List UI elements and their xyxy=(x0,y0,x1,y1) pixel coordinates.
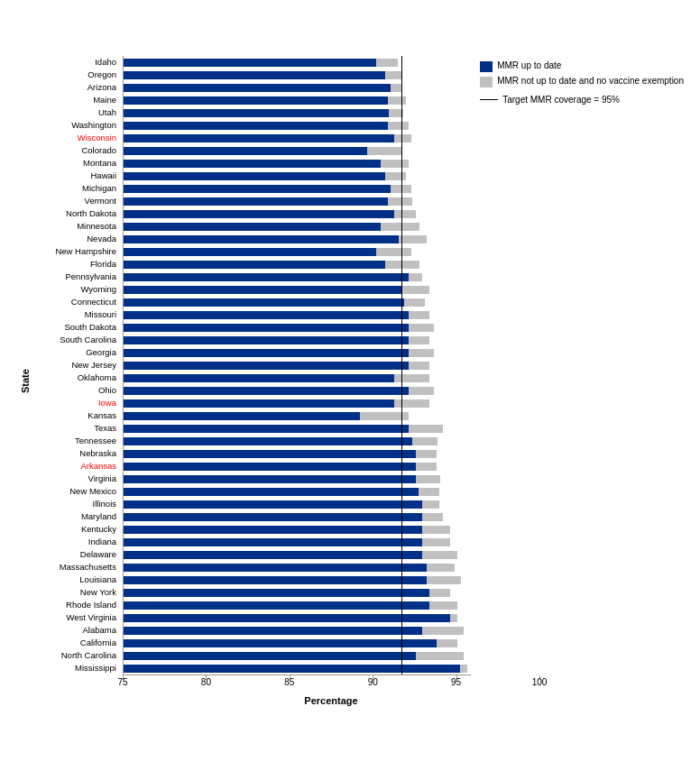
bar-not-mmr xyxy=(381,223,419,231)
bar-not-mmr xyxy=(385,71,401,79)
bar-mmr xyxy=(124,235,399,243)
target-line xyxy=(401,56,402,674)
bar-not-mmr xyxy=(427,576,462,584)
bar-mmr xyxy=(124,122,388,130)
bar-not-mmr xyxy=(416,450,437,458)
bar-not-mmr xyxy=(381,160,409,168)
bar-mmr xyxy=(124,223,381,231)
state-label: Alabama xyxy=(32,624,119,637)
bar-row xyxy=(124,586,471,599)
bar-not-mmr xyxy=(419,488,439,496)
bar-not-mmr xyxy=(376,248,411,256)
bar-mmr xyxy=(124,210,394,218)
legend-item-mmr: MMR up to date xyxy=(480,60,684,72)
bar-mmr xyxy=(124,601,429,610)
bar-row xyxy=(124,308,471,321)
bar-row xyxy=(124,473,471,485)
bar-mmr xyxy=(124,84,391,92)
bar-not-mmr xyxy=(401,286,429,294)
state-label: Indiana xyxy=(32,536,119,548)
bar-row xyxy=(124,624,471,637)
bar-mmr xyxy=(124,71,385,79)
bar-row xyxy=(124,523,471,536)
x-tick-label: 90 xyxy=(368,677,378,687)
bar-row xyxy=(124,460,471,473)
state-label: West Virginia xyxy=(32,611,119,624)
bar-not-mmr xyxy=(394,374,429,382)
bar-mmr xyxy=(124,463,416,471)
state-label: Utah xyxy=(32,106,119,119)
bar-mmr xyxy=(124,248,376,256)
x-tick-label: 80 xyxy=(201,677,211,687)
legend-line xyxy=(480,99,498,100)
state-label: Wisconsin xyxy=(32,132,119,144)
bar-mmr xyxy=(124,197,388,206)
bar-mmr xyxy=(124,261,385,269)
bar-not-mmr xyxy=(416,652,465,660)
bar-not-mmr xyxy=(394,399,429,408)
bar-mmr xyxy=(124,147,367,155)
state-label: Delaware xyxy=(32,548,119,561)
bar-mmr xyxy=(124,311,409,319)
bar-row xyxy=(124,372,471,384)
state-label: Hawaii xyxy=(32,170,119,182)
state-label: Tennessee xyxy=(32,435,119,447)
bar-mmr xyxy=(124,513,422,521)
bar-row xyxy=(124,346,471,359)
state-label: Michigan xyxy=(32,182,119,195)
state-label: Montana xyxy=(32,157,119,170)
bar-mmr xyxy=(124,425,409,433)
bar-not-mmr xyxy=(429,589,450,597)
bar-not-mmr xyxy=(394,134,410,142)
state-label: Illinois xyxy=(32,498,119,510)
legend-label-mmr: MMR up to date xyxy=(497,60,561,70)
bar-mmr xyxy=(124,526,422,534)
bar-row xyxy=(124,220,471,233)
bar-mmr xyxy=(124,627,422,635)
legend-item-target: Target MMR coverage = 95% xyxy=(480,95,684,105)
state-label: Texas xyxy=(32,422,119,435)
y-axis-label: State xyxy=(16,56,32,706)
bar-row xyxy=(124,649,471,662)
bar-not-mmr xyxy=(422,627,464,635)
bar-mmr xyxy=(124,59,376,67)
bar-row xyxy=(124,561,471,574)
bar-not-mmr xyxy=(388,96,406,105)
bar-row xyxy=(124,498,471,510)
state-label: Nevada xyxy=(32,233,119,245)
bar-row xyxy=(124,245,471,258)
bar-mmr xyxy=(124,109,389,117)
bar-mmr xyxy=(124,172,385,180)
bar-not-mmr xyxy=(388,122,409,130)
state-label: Ohio xyxy=(32,384,119,397)
bar-mmr xyxy=(124,160,381,168)
state-label: Connecticut xyxy=(32,296,119,308)
state-label: Iowa xyxy=(32,397,119,409)
bar-mmr xyxy=(124,639,437,647)
state-label: Idaho xyxy=(32,56,119,69)
bar-mmr xyxy=(124,475,416,483)
bar-row xyxy=(124,599,471,611)
bar-mmr xyxy=(124,399,394,408)
state-label: Oklahoma xyxy=(32,372,119,384)
x-tick-label: 75 xyxy=(117,677,127,687)
x-tick-label: 95 xyxy=(451,677,461,687)
state-labels: IdahoOregonArizonaMaineUtahWashingtonWis… xyxy=(32,56,123,675)
bar-mmr xyxy=(124,551,422,559)
bar-row xyxy=(124,195,471,207)
bar-mmr xyxy=(124,450,416,458)
bar-not-mmr xyxy=(391,84,401,92)
bar-mmr xyxy=(124,286,401,294)
bar-mmr xyxy=(124,437,412,445)
bar-not-mmr xyxy=(404,298,425,307)
bar-row xyxy=(124,611,471,624)
bar-not-mmr xyxy=(394,210,415,218)
bar-not-mmr xyxy=(416,475,441,483)
bar-not-mmr xyxy=(388,197,413,206)
bar-mmr xyxy=(124,387,409,395)
bar-not-mmr xyxy=(409,336,429,344)
state-label: New York xyxy=(32,586,119,599)
state-label: Minnesota xyxy=(32,220,119,233)
state-label: New Jersey xyxy=(32,359,119,372)
bar-mmr xyxy=(124,96,388,105)
